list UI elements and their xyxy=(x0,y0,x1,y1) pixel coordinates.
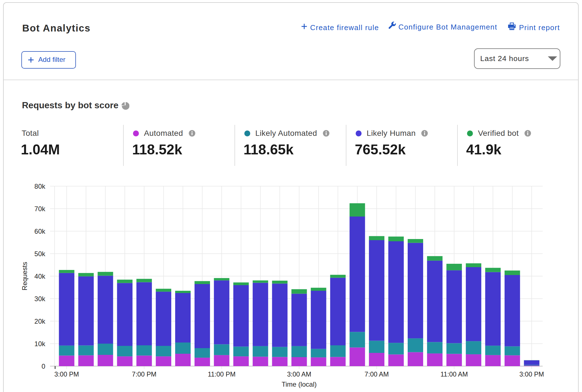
svg-text:30k: 30k xyxy=(34,295,46,303)
svg-text:60k: 60k xyxy=(34,227,46,235)
svg-text:40k: 40k xyxy=(34,272,46,280)
svg-text:0: 0 xyxy=(42,362,45,370)
svg-text:Time (local): Time (local) xyxy=(282,380,317,388)
svg-text:50k: 50k xyxy=(34,250,46,258)
svg-text:3:00 PM: 3:00 PM xyxy=(54,371,79,378)
svg-text:11:00 AM: 11:00 AM xyxy=(441,371,468,378)
svg-text:20k: 20k xyxy=(34,317,46,325)
svg-text:Requests: Requests xyxy=(21,262,28,290)
svg-text:70k: 70k xyxy=(34,205,46,213)
svg-text:7:00 PM: 7:00 PM xyxy=(132,371,157,378)
svg-text:7:00 AM: 7:00 AM xyxy=(365,371,389,378)
svg-text:80k: 80k xyxy=(34,183,46,190)
svg-text:3:00 AM: 3:00 AM xyxy=(287,371,311,378)
svg-text:11:00 PM: 11:00 PM xyxy=(208,371,236,378)
svg-text:3:00 PM: 3:00 PM xyxy=(519,371,544,378)
svg-text:10k: 10k xyxy=(34,340,46,348)
